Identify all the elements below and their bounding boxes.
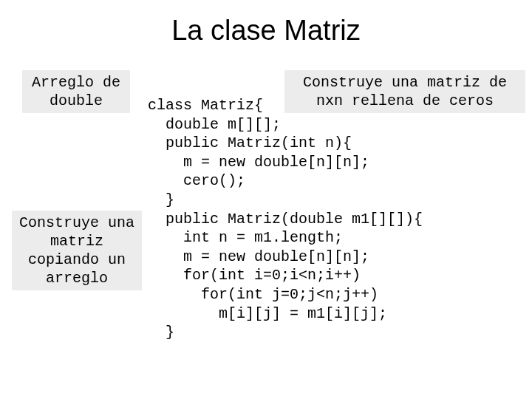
slide-title: La clase Matriz <box>0 15 532 47</box>
label-arreglo-double: Arreglo de double <box>22 70 130 113</box>
slide: La clase Matriz Arreglo de double Constr… <box>0 0 532 399</box>
code-block: class Matriz{ double m[][]; public Matri… <box>148 96 517 342</box>
label-copiando-arreglo: Construye una matriz copiando un arreglo <box>12 211 142 290</box>
